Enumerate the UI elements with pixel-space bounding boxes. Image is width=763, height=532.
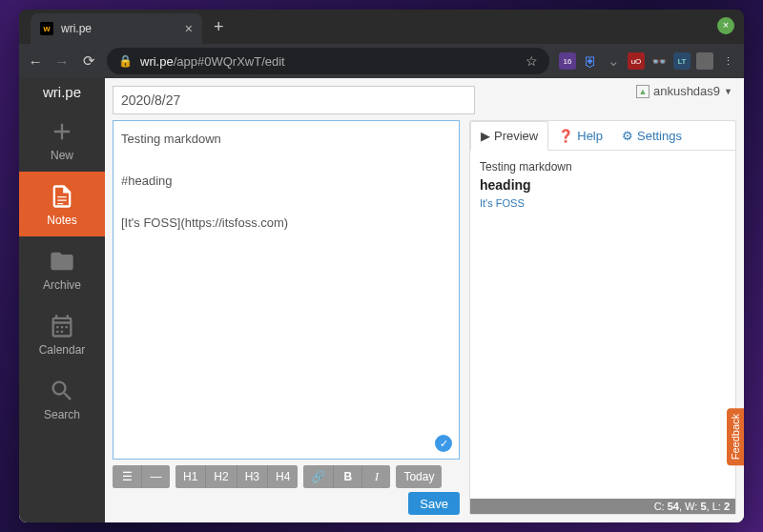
app-content: wri.pe New Notes Archive Calendar Search	[19, 78, 744, 522]
tab-label: Settings	[637, 129, 682, 143]
tab-settings[interactable]: ⚙ Settings	[612, 121, 691, 150]
tab-label: Help	[577, 129, 603, 143]
extension-goggles-icon[interactable]: 👓	[650, 52, 668, 70]
feedback-tab[interactable]: Feedback	[727, 408, 744, 465]
url-path: /app#0WQrXwT/edit	[174, 54, 285, 69]
user-menu[interactable]: ▲ ankushdas9 ▼	[636, 84, 732, 98]
nav-back-icon[interactable]: ←	[27, 53, 44, 70]
tab-help[interactable]: ❓ Help	[548, 121, 612, 150]
preview-heading: heading	[480, 177, 726, 193]
calendar-icon	[49, 313, 75, 339]
editor-stats: C: 54, W: 5, L: 2	[470, 499, 735, 514]
url-field[interactable]: 🔒 wri.pe/app#0WQrXwT/edit ☆	[107, 48, 549, 74]
stat-chars: 54	[668, 501, 679, 512]
address-bar: ← → ⟳ 🔒 wri.pe/app#0WQrXwT/edit ☆ 16 ⛨ ⌄…	[19, 44, 744, 78]
plus-icon	[49, 118, 75, 145]
browser-window: w wri.pe × + × ← → ⟳ 🔒 wri.pe/app#0WQrXw…	[19, 10, 744, 522]
extension-badge-icon[interactable]: 16	[559, 52, 576, 70]
browser-menu-icon[interactable]: ⋮	[719, 52, 736, 70]
note-title-input[interactable]	[113, 86, 475, 114]
profile-avatar-icon[interactable]	[696, 52, 713, 70]
caret-down-icon: ▼	[724, 87, 732, 96]
ok-check-icon: ✓	[435, 435, 452, 452]
preview-text: Testing markdown	[480, 160, 726, 174]
stat-words: 5	[700, 501, 706, 512]
h4-button[interactable]: H4	[267, 465, 298, 488]
bitwarden-icon[interactable]: ⛨	[582, 52, 599, 70]
sidebar-item-label: Search	[44, 408, 80, 421]
h3-button[interactable]: H3	[237, 465, 267, 488]
brand: wri.pe	[19, 78, 105, 107]
list-button[interactable]: ☰	[113, 465, 141, 488]
minus-icon: —	[151, 470, 162, 483]
main-pane: ▲ ankushdas9 ▼ ✓ ☰ —	[105, 78, 744, 522]
new-tab-button[interactable]: +	[214, 17, 224, 37]
preview-pane: ▶ Preview ❓ Help ⚙ Settings Tes	[469, 120, 736, 515]
sidebar-item-calendar[interactable]: Calendar	[19, 301, 105, 366]
languagetool-icon[interactable]: LT	[673, 52, 691, 70]
search-icon	[49, 378, 75, 404]
tab-favicon: w	[40, 22, 53, 35]
pocket-icon[interactable]: ⌄	[605, 52, 622, 70]
stat-lines: 2	[724, 501, 730, 512]
bookmark-star-icon[interactable]: ☆	[526, 53, 538, 69]
sidebar-item-new[interactable]: New	[19, 107, 105, 172]
link-button[interactable]: 🔗	[303, 465, 333, 488]
link-icon: 🔗	[311, 470, 325, 483]
sidebar-item-search[interactable]: Search	[19, 366, 105, 431]
tab-label: Preview	[494, 129, 538, 143]
sidebar-item-notes[interactable]: Notes	[19, 172, 105, 236]
window-close-button[interactable]: ×	[717, 17, 734, 34]
list-icon: ☰	[122, 470, 133, 483]
today-button[interactable]: Today	[396, 465, 442, 488]
hr-button[interactable]: —	[141, 465, 170, 488]
sidebar-item-archive[interactable]: Archive	[19, 236, 105, 301]
bold-button[interactable]: B	[333, 465, 361, 488]
window-titlebar: w wri.pe × + ×	[19, 10, 744, 44]
sidebar-item-label: New	[51, 149, 73, 162]
folder-icon	[49, 248, 75, 275]
user-name: ankushdas9	[653, 84, 720, 98]
nav-reload-icon[interactable]: ⟳	[80, 52, 97, 70]
sidebar: wri.pe New Notes Archive Calendar Search	[19, 78, 105, 522]
h2-button[interactable]: H2	[205, 465, 236, 488]
browser-tab[interactable]: w wri.pe ×	[31, 13, 202, 44]
tab-preview[interactable]: ▶ Preview	[470, 121, 548, 151]
h1-button[interactable]: H1	[175, 465, 205, 488]
url-host: wri.pe	[140, 54, 174, 69]
editor-row: ✓ ☰ — H1 H2 H3 H4	[113, 120, 736, 515]
editor-wrap: ✓	[113, 120, 460, 460]
sidebar-item-label: Notes	[47, 214, 76, 227]
preview-body: Testing markdown heading It's FOSS	[470, 151, 735, 499]
help-icon: ❓	[558, 129, 573, 143]
editor-toolbar: ☰ — H1 H2 H3 H4 🔗 B I	[113, 465, 460, 488]
note-body-textarea[interactable]	[113, 120, 460, 460]
italic-button[interactable]: I	[361, 465, 390, 488]
tab-close-icon[interactable]: ×	[185, 21, 193, 36]
sidebar-item-label: Calendar	[39, 343, 86, 357]
extensions: 16 ⛨ ⌄ uO 👓 LT ⋮	[559, 52, 736, 70]
avatar-broken-icon: ▲	[636, 85, 650, 98]
sidebar-item-label: Archive	[43, 278, 81, 292]
lock-icon: 🔒	[118, 54, 133, 68]
preview-link[interactable]: It's FOSS	[480, 197, 525, 209]
nav-forward-icon[interactable]: →	[53, 53, 71, 70]
ublock-icon[interactable]: uO	[628, 52, 645, 70]
editor-column: ✓ ☰ — H1 H2 H3 H4	[113, 120, 460, 515]
tab-title: wri.pe	[61, 22, 92, 35]
preview-tabs: ▶ Preview ❓ Help ⚙ Settings	[470, 121, 735, 151]
play-icon: ▶	[481, 129, 490, 143]
document-icon	[49, 183, 75, 210]
gear-icon: ⚙	[622, 129, 633, 143]
save-button[interactable]: Save	[408, 492, 460, 515]
